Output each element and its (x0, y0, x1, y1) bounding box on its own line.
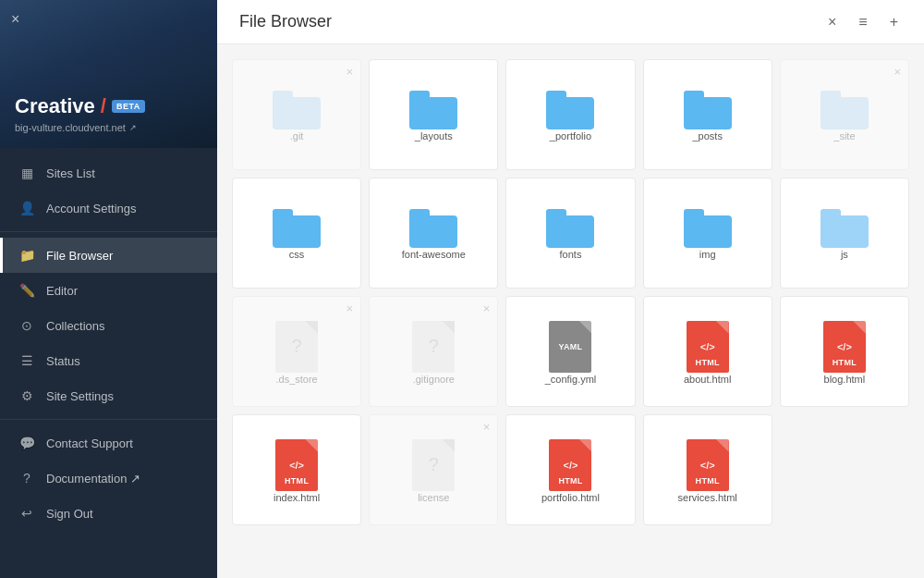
file-name-font-awesome: font-awesome (402, 248, 466, 261)
delete-git-button[interactable]: × (346, 66, 354, 78)
nav-label-file-browser: File Browser (46, 249, 113, 263)
file-name-license: license (418, 491, 449, 504)
file-item-index-html[interactable]: </> HTML index.html (232, 414, 361, 525)
sidebar-item-editor[interactable]: ✏️ Editor (0, 273, 217, 308)
file-name-gitignore: .gitignore (413, 373, 455, 386)
signout-icon: ↩ (18, 506, 35, 521)
brand-name: Creative / BETA (15, 94, 202, 118)
external-link-icon: ↗ (129, 123, 137, 132)
pencil-icon: ✏️ (18, 283, 35, 298)
file-name-index-html: index.html (274, 491, 320, 504)
yaml-icon-config: YAML (549, 321, 591, 373)
file-name-js: js (841, 248, 848, 261)
nav-label-sign-out: Sign Out (46, 507, 93, 521)
sidebar: × Creative / BETA big-vulture.cloudvent.… (0, 0, 217, 578)
sidebar-item-site-settings[interactable]: ⚙ Site Settings (0, 378, 217, 413)
file-item-js[interactable]: js (780, 178, 909, 289)
nav-label-sites-list: Sites List (46, 166, 95, 180)
sidebar-nav: ▦ Sites List 👤 Account Settings 📁 File B… (0, 148, 217, 578)
file-name-ds-store: .ds_store (275, 373, 317, 386)
file-item-about-html[interactable]: </> HTML about.html (643, 296, 772, 407)
delete-gitignore-button[interactable]: × (483, 302, 491, 314)
sidebar-item-contact-support[interactable]: 💬 Contact Support (0, 425, 217, 461)
file-name-services-html: services.html (678, 491, 737, 504)
sidebar-item-file-browser[interactable]: 📁 File Browser (0, 238, 217, 273)
help-icon: ? (18, 471, 35, 486)
file-item-css[interactable]: css (232, 178, 361, 289)
file-item-portfolio[interactable]: _portfolio (505, 59, 635, 170)
file-name-about-html: about.html (684, 373, 731, 386)
folder-icon-site (821, 91, 869, 129)
nav-label-contact-support: Contact Support (46, 437, 133, 450)
file-name-git: .git (290, 129, 304, 142)
html-icon-about: </> HTML (687, 321, 729, 373)
html-icon-index: </> HTML (275, 439, 318, 491)
delete-ds-store-button[interactable]: × (346, 302, 354, 314)
file-name-img: img (699, 248, 716, 261)
file-item-services-html[interactable]: </> HTML services.html (643, 414, 772, 525)
main-content: File Browser × ≡ + × .git _layouts (217, 0, 924, 578)
file-name-site: _site (833, 129, 855, 142)
file-item-git[interactable]: × .git (232, 59, 361, 170)
file-grid: × .git _layouts _portfolio (217, 44, 924, 578)
generic-icon-gitignore: ? (412, 321, 455, 373)
delete-site-button[interactable]: × (894, 66, 901, 78)
folder-icon-posts (684, 91, 732, 129)
brand-area: Creative / BETA big-vulture.cloudvent.ne… (15, 94, 202, 133)
sidebar-item-sites-list[interactable]: ▦ Sites List (0, 155, 217, 191)
generic-icon-ds-store: ? (275, 321, 318, 373)
sidebar-item-account-settings[interactable]: 👤 Account Settings (0, 191, 217, 226)
file-item-posts[interactable]: _posts (643, 59, 772, 170)
user-icon: 👤 (18, 201, 35, 215)
file-name-portfolio-html: portfolio.html (541, 491, 600, 504)
folder-icon-font-awesome (409, 209, 457, 248)
close-button[interactable]: × (824, 10, 840, 34)
nav-label-documentation: Documentation ↗ (46, 472, 140, 486)
nav-label-site-settings: Site Settings (46, 389, 114, 403)
folder-icon-git (273, 91, 321, 129)
nav-label-status: Status (46, 354, 80, 368)
folder-icon-img (684, 209, 732, 248)
nav-label-account-settings: Account Settings (46, 202, 137, 215)
file-item-ds-store[interactable]: × ? .ds_store (232, 296, 361, 407)
grid-icon: ▦ (18, 166, 35, 180)
chat-icon: 💬 (18, 436, 35, 450)
file-item-gitignore[interactable]: × ? .gitignore (369, 296, 498, 407)
folder-icon: 📁 (18, 248, 35, 263)
sidebar-header: × Creative / BETA big-vulture.cloudvent.… (0, 0, 217, 148)
file-item-layouts[interactable]: _layouts (369, 59, 498, 170)
page-title: File Browser (239, 12, 332, 31)
sidebar-close-button[interactable]: × (11, 11, 19, 28)
status-icon: ☰ (18, 353, 35, 368)
gear-icon: ⚙ (18, 388, 35, 403)
sidebar-item-sign-out[interactable]: ↩ Sign Out (0, 496, 217, 531)
file-name-css: css (289, 248, 305, 261)
folder-icon-css (273, 209, 321, 248)
file-item-fonts[interactable]: fonts (505, 178, 635, 289)
html-icon-blog: </> HTML (823, 321, 866, 373)
file-item-config-yml[interactable]: YAML _config.yml (505, 296, 635, 407)
sidebar-item-status[interactable]: ☰ Status (0, 343, 217, 378)
sidebar-item-collections[interactable]: ⊙ Collections (0, 308, 217, 343)
file-item-blog-html[interactable]: </> HTML blog.html (780, 296, 909, 407)
folder-icon-layouts (409, 91, 457, 129)
file-name-config-yml: _config.yml (545, 373, 597, 386)
delete-license-button[interactable]: × (483, 421, 491, 433)
main-header: File Browser × ≡ + (217, 0, 924, 44)
brand-url[interactable]: big-vulture.cloudvent.net ↗ (15, 122, 202, 133)
file-name-portfolio: _portfolio (550, 129, 591, 142)
sidebar-item-documentation[interactable]: ? Documentation ↗ (0, 461, 217, 496)
file-item-portfolio-html[interactable]: </> HTML portfolio.html (505, 414, 635, 525)
nav-label-collections: Collections (46, 319, 105, 333)
file-item-font-awesome[interactable]: font-awesome (369, 178, 498, 289)
folder-icon-portfolio (546, 91, 594, 129)
file-item-license[interactable]: × ? license (369, 414, 498, 525)
file-item-img[interactable]: img (643, 178, 772, 289)
folder-icon-fonts (546, 209, 594, 248)
add-button[interactable]: + (886, 10, 902, 34)
file-item-site[interactable]: × _site (780, 59, 909, 170)
html-icon-services: </> HTML (687, 439, 729, 491)
file-name-layouts: _layouts (415, 129, 453, 142)
menu-button[interactable]: ≡ (855, 10, 870, 34)
html-icon-portfolio: </> HTML (549, 439, 591, 491)
